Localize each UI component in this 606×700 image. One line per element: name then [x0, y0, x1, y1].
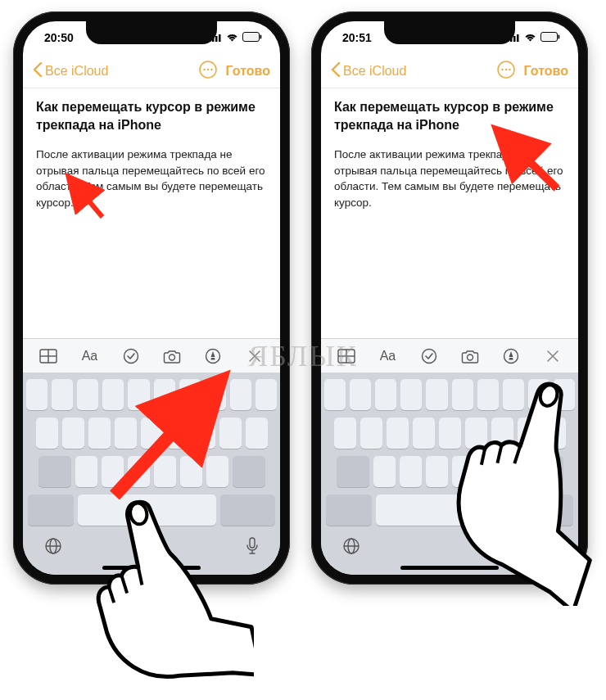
camera-icon[interactable]	[157, 341, 187, 371]
checklist-icon[interactable]	[414, 341, 444, 371]
wifi-icon	[226, 31, 238, 44]
keyboard-panel: Aa	[321, 338, 578, 575]
svg-point-29	[501, 68, 503, 70]
phone-frame: 20:50 Все iCloud Г	[13, 11, 290, 585]
svg-rect-5	[244, 34, 258, 40]
svg-rect-6	[260, 35, 262, 39]
ellipsis-icon	[199, 61, 217, 82]
status-time: 20:51	[342, 31, 372, 44]
more-button[interactable]	[496, 61, 516, 81]
note-title: Как перемещать курсор в режиме трекпада …	[36, 98, 267, 133]
more-button[interactable]	[198, 61, 218, 81]
keyboard-trackpad[interactable]	[23, 373, 280, 531]
svg-rect-3	[219, 34, 221, 42]
camera-icon[interactable]	[455, 341, 485, 371]
notes-toolbar: Aa	[23, 338, 280, 373]
svg-point-8	[203, 68, 205, 70]
phone-mockup-left: 20:50 Все iCloud Г	[13, 11, 290, 585]
nav-bar: Все iCloud Готово	[321, 54, 578, 88]
notch	[86, 21, 217, 44]
done-button[interactable]: Готово	[524, 64, 568, 79]
battery-icon	[242, 31, 262, 44]
wifi-icon	[524, 31, 536, 44]
phone-frame: 20:51 Все iCloud Г	[311, 11, 588, 585]
status-time: 20:50	[44, 31, 74, 44]
phone-screen: 20:51 Все iCloud Г	[321, 21, 578, 575]
note-body: После активации режима трекпада не отрыв…	[334, 147, 565, 210]
svg-point-31	[509, 68, 510, 70]
note-content[interactable]: Как перемещать курсор в режиме трекпада …	[23, 88, 280, 220]
phone-screen: 20:50 Все iCloud Г	[23, 21, 280, 575]
svg-point-30	[504, 68, 506, 70]
globe-icon[interactable]	[44, 537, 62, 558]
keyboard-panel: Aa	[23, 338, 280, 575]
table-icon[interactable]	[332, 341, 361, 371]
close-icon[interactable]	[240, 341, 269, 371]
svg-rect-24	[517, 34, 519, 42]
svg-point-35	[422, 349, 436, 363]
notch	[384, 21, 515, 44]
note-body: После активации режима трекпада не отрыв…	[36, 147, 267, 210]
svg-rect-41	[548, 538, 553, 548]
mic-icon[interactable]	[544, 537, 557, 558]
format-icon[interactable]: Aa	[75, 341, 104, 371]
chevron-left-icon	[331, 62, 340, 80]
note-title: Как перемещать курсор в режиме трекпада …	[334, 98, 565, 133]
globe-icon[interactable]	[342, 537, 360, 558]
svg-rect-20	[250, 538, 255, 548]
svg-point-9	[206, 68, 208, 70]
text-cursor	[74, 196, 75, 208]
ellipsis-icon	[497, 61, 515, 82]
back-button[interactable]: Все iCloud	[331, 62, 406, 80]
chevron-left-icon	[33, 62, 42, 80]
back-button[interactable]: Все iCloud	[33, 62, 108, 80]
home-indicator[interactable]	[102, 566, 201, 570]
battery-icon	[540, 31, 560, 44]
keyboard-trackpad[interactable]	[321, 373, 578, 531]
home-indicator[interactable]	[400, 566, 499, 570]
nav-bar: Все iCloud Готово	[23, 54, 280, 88]
notes-toolbar: Aa	[321, 338, 578, 373]
back-label: Все iCloud	[45, 64, 108, 79]
note-content[interactable]: Как перемещать курсор в режиме трекпада …	[321, 88, 578, 220]
markup-icon[interactable]	[198, 341, 228, 371]
svg-rect-27	[559, 35, 560, 39]
svg-rect-23	[513, 36, 516, 42]
svg-point-15	[170, 355, 175, 360]
close-icon[interactable]	[538, 341, 568, 371]
markup-icon[interactable]	[496, 341, 526, 371]
table-icon[interactable]	[34, 341, 63, 371]
svg-point-36	[468, 355, 473, 360]
svg-rect-2	[215, 36, 218, 42]
back-label: Все iCloud	[343, 64, 406, 79]
checklist-icon[interactable]	[116, 341, 146, 371]
format-icon[interactable]: Aa	[373, 341, 402, 371]
phone-mockup-right: 20:51 Все iCloud Г	[311, 11, 588, 585]
done-button[interactable]: Готово	[226, 64, 270, 79]
svg-rect-26	[542, 34, 556, 40]
svg-point-10	[210, 68, 212, 70]
svg-point-14	[124, 349, 138, 363]
mic-icon[interactable]	[246, 537, 259, 558]
